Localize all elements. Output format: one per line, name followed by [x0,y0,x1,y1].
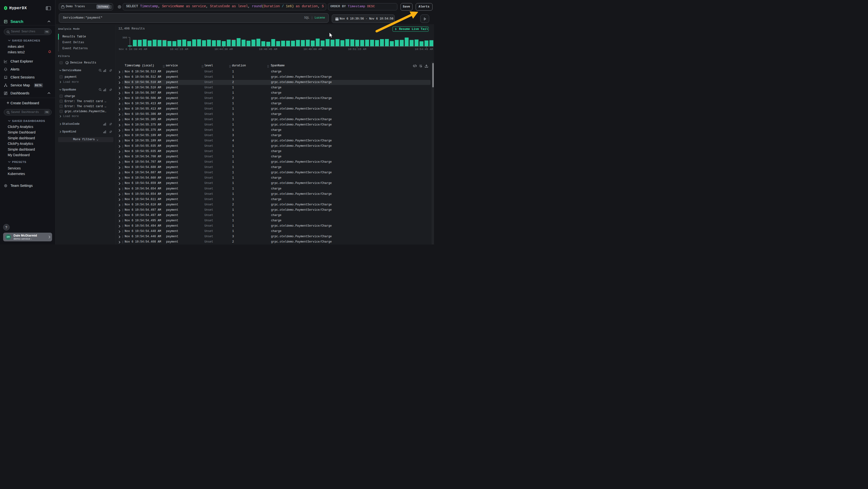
svg-text:10:49:00 AM: 10:49:00 AM [303,48,322,51]
svg-text:10:44:30 AM: 10:44:30 AM [214,48,233,51]
svg-text:300: 300 [122,36,127,39]
svg-text:Nov 6 10:39:45 AM: Nov 6 10:39:45 AM [119,48,147,51]
svg-text:10:42:15 AM: 10:42:15 AM [170,48,188,51]
svg-text:10:51:15 AM: 10:51:15 AM [348,48,366,51]
svg-text:10:54:45 AM: 10:54:45 AM [415,48,433,51]
svg-text:10:46:45 AM: 10:46:45 AM [259,48,277,51]
